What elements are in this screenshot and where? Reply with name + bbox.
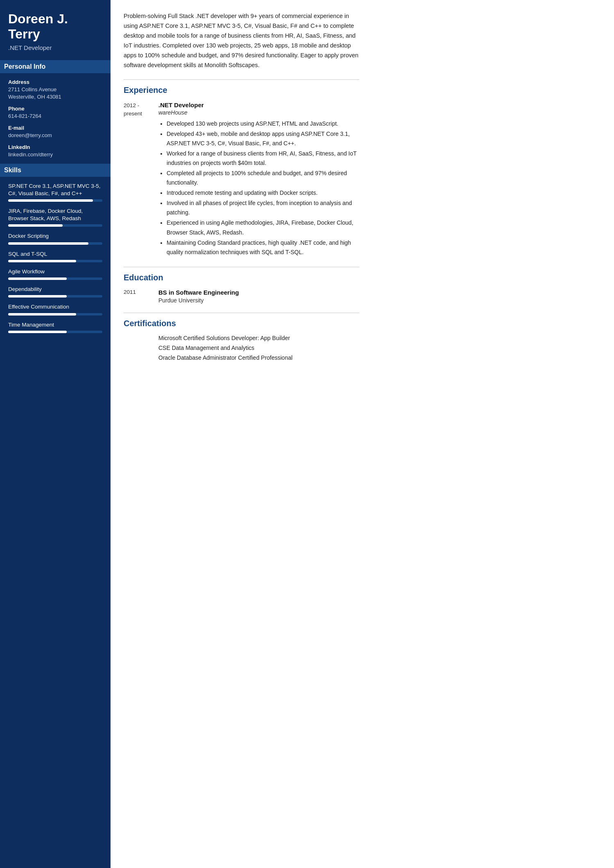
cert-date [124,345,158,351]
cert-name: CSE Data Management and Analytics [158,345,359,351]
skills-section: SP.NET Core 3.1, ASP.NET MVC 3-5, C#, Vi… [8,183,102,333]
skill-bar-fill [8,295,67,298]
skill-name: SQL and T-SQL [8,250,102,258]
skill-bar-bg [8,313,102,316]
personal-info-label: Phone [8,106,102,112]
skill-name: Agile Workflow [8,268,102,275]
experience-section: Experience 2012 - present.NET Developerw… [124,79,359,258]
exp-bullet: Involved in all phases of project life c… [167,198,359,217]
edu-school: Purdue University [158,297,359,304]
skill-name: Docker Scripting [8,232,102,240]
certifications-title: Certifications [124,319,359,328]
skill-item: SQL and T-SQL [8,250,102,262]
summary-text: Problem-solving Full Stack .NET develope… [124,11,359,70]
main-content: Problem-solving Full Stack .NET develope… [111,0,372,868]
exp-date: 2012 - present [124,101,158,258]
education-item: 2011BS in Software EngineeringPurdue Uni… [124,289,359,304]
personal-info-label: Address [8,79,102,85]
skill-bar-fill [8,199,93,202]
certifications-section: Certifications Microsoft Certified Solut… [124,313,359,361]
education-divider [124,267,359,267]
cert-date [124,354,158,361]
exp-bullet: Maintaining Coding Standard practices, h… [167,238,359,257]
skill-name: JIRA, Firebase, Docker Cloud, Browser St… [8,207,102,222]
skills-header: Skills [0,164,111,177]
exp-bullet: Worked for a range of business clients f… [167,149,359,168]
education-section: Education 2011BS in Software Engineering… [124,267,359,304]
skill-bar-bg [8,260,102,262]
skill-bar-bg [8,331,102,333]
skill-bar-bg [8,224,102,227]
personal-info-value: linkedin.com/dterry [8,151,102,158]
skill-bar-bg [8,295,102,298]
personal-info-label: LinkedIn [8,144,102,150]
cert-date [124,335,158,341]
skill-item: Dependability [8,286,102,298]
skill-name: Time Management [8,321,102,329]
certifications-container: Microsoft Certified Solutions Developer:… [124,335,359,361]
personal-info-item: Phone614-821-7264 [8,106,102,120]
skill-item: SP.NET Core 3.1, ASP.NET MVC 3-5, C#, Vi… [8,183,102,202]
experience-title: Experience [124,86,359,95]
candidate-title: .NET Developer [8,44,102,51]
exp-company: wareHouse [158,109,359,116]
skill-item: Docker Scripting [8,232,102,244]
personal-info-header: Personal Info [0,60,111,73]
personal-info-section: Address2711 Collins Avenue Westerville, … [8,79,102,159]
skill-name: Dependability [8,286,102,293]
exp-bullet: Introduced remote testing and updating w… [167,188,359,198]
cert-item: Oracle Database Administrator Certified … [124,354,359,361]
personal-info-label: E-mail [8,125,102,131]
exp-job-title: .NET Developer [158,101,359,108]
certifications-divider [124,313,359,313]
cert-name: Oracle Database Administrator Certified … [158,354,359,361]
cert-item: Microsoft Certified Solutions Developer:… [124,335,359,341]
education-container: 2011BS in Software EngineeringPurdue Uni… [124,289,359,304]
skill-item: Time Management [8,321,102,333]
personal-info-item: E-maildoreen@terry.com [8,125,102,139]
skill-bar-bg [8,242,102,245]
skill-bar-fill [8,277,67,280]
skill-bar-fill [8,313,76,316]
experience-divider [124,79,359,80]
skill-bar-fill [8,260,76,262]
personal-info-value: 2711 Collins Avenue Westerville, OH 4308… [8,86,102,101]
skill-bar-fill [8,242,88,245]
personal-info-item: Address2711 Collins Avenue Westerville, … [8,79,102,101]
sidebar: Doreen J. Terry .NET Developer Personal … [0,0,111,868]
skill-item: Effective Communication [8,303,102,315]
skill-bar-fill [8,224,63,227]
experience-container: 2012 - present.NET DeveloperwareHouseDev… [124,101,359,258]
edu-date: 2011 [124,289,158,304]
skill-item: Agile Workflow [8,268,102,280]
exp-bullet: Completed all projects to 100% schedule … [167,169,359,187]
skill-name: SP.NET Core 3.1, ASP.NET MVC 3-5, C#, Vi… [8,183,102,197]
experience-item: 2012 - present.NET DeveloperwareHouseDev… [124,101,359,258]
exp-bullet: Developed 130 web projects using ASP.NET… [167,119,359,129]
skill-bar-fill [8,331,67,333]
edu-degree: BS in Software Engineering [158,289,359,296]
candidate-name: Doreen J. Terry [8,11,102,42]
exp-content: .NET DeveloperwareHouseDeveloped 130 web… [158,101,359,258]
exp-bullets: Developed 130 web projects using ASP.NET… [158,119,359,257]
personal-info-item: LinkedInlinkedin.com/dterry [8,144,102,158]
skill-bar-bg [8,199,102,202]
exp-bullet: Experienced in using Agile methodologies… [167,218,359,237]
skill-name: Effective Communication [8,303,102,311]
cert-item: CSE Data Management and Analytics [124,345,359,351]
personal-info-value: 614-821-7264 [8,113,102,120]
exp-bullet: Developed 43+ web, mobile and desktop ap… [167,129,359,148]
skill-bar-bg [8,277,102,280]
edu-content: BS in Software EngineeringPurdue Univers… [158,289,359,304]
education-title: Education [124,273,359,282]
personal-info-value: doreen@terry.com [8,132,102,139]
cert-name: Microsoft Certified Solutions Developer:… [158,335,359,341]
skill-item: JIRA, Firebase, Docker Cloud, Browser St… [8,207,102,227]
